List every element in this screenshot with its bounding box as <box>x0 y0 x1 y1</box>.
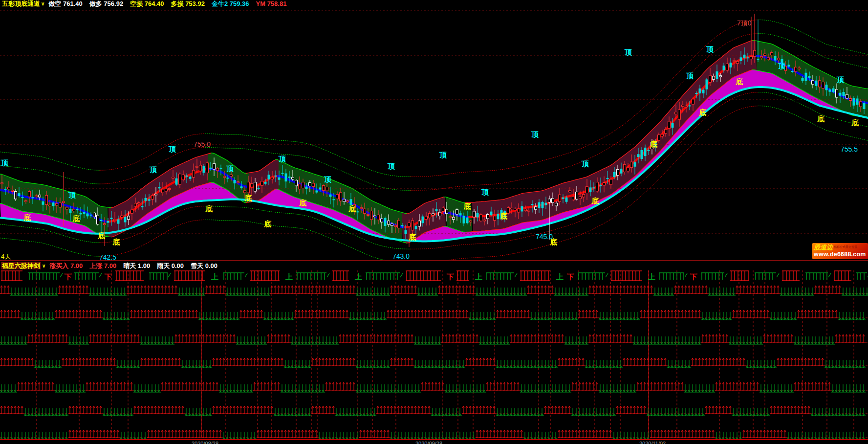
sub-indicator-name[interactable]: 福星六脉神剑 <box>2 262 40 269</box>
svg-text:下: 下 <box>566 272 574 281</box>
svg-text:顶: 顶 <box>439 151 447 159</box>
svg-text:底: 底 <box>463 202 471 210</box>
svg-text:下: 下 <box>690 272 697 281</box>
svg-text:底: 底 <box>851 118 859 127</box>
svg-text:上: 上 <box>354 272 362 281</box>
svg-text:底: 底 <box>244 194 252 202</box>
svg-text:上: 上 <box>648 272 655 281</box>
svg-text:上: 上 <box>556 272 564 281</box>
svg-text:顶: 顶 <box>706 45 714 53</box>
svg-text:顶: 顶 <box>278 155 286 163</box>
topbar-label-2: 空损 <box>130 0 145 7</box>
topbar-value-3: 753.92 <box>185 0 205 7</box>
svg-text:底: 底 <box>97 231 105 240</box>
topbar-label-3: 多损 <box>171 0 186 7</box>
indicator-panel-canvas[interactable]: 下下上上上下上上下上下 <box>0 269 868 439</box>
topbar-field: 多损 753.92 <box>171 0 205 7</box>
svg-text:顶: 顶 <box>0 158 8 167</box>
svg-text:755.0: 755.0 <box>194 140 211 148</box>
p2bar-label-2: 晴天 <box>123 262 138 269</box>
svg-text:顶: 顶 <box>836 75 844 84</box>
topbar-field: 做空 761.40 <box>48 0 82 7</box>
topbar-field: YM 758.81 <box>256 0 287 7</box>
topbar-label-1: 做多 <box>89 0 104 7</box>
watermark-brand: 股道边 <box>814 243 833 252</box>
svg-text:顶: 顶 <box>531 130 539 138</box>
date-label-1: 2020/09/28 <box>415 441 442 444</box>
svg-text:742.5: 742.5 <box>99 253 116 260</box>
svg-text:下: 下 <box>104 272 112 281</box>
p2bar-label-4: 雪天 <box>191 262 205 269</box>
svg-text:底: 底 <box>499 212 507 220</box>
p2bar-label-0: 涨买入 <box>49 262 70 269</box>
chevron-down-icon[interactable]: ∨ <box>42 262 45 269</box>
svg-text:下: 下 <box>64 272 72 281</box>
svg-text:顶: 顶 <box>581 159 589 168</box>
svg-text:顶: 顶 <box>481 188 489 196</box>
svg-text:顶: 顶 <box>226 164 234 173</box>
svg-text:底: 底 <box>263 220 271 228</box>
svg-text:7顶0: 7顶0 <box>737 19 752 27</box>
svg-text:上: 上 <box>285 272 293 281</box>
p2bar-value-4: 0.00 <box>205 262 217 269</box>
main-chart-canvas[interactable]: 顶顶顶顶顶顶顶顶顶顶顶顶顶顶顶顶顶底底底底底底底底底底底底底底底底底底底7顶07… <box>0 8 868 260</box>
svg-text:底: 底 <box>23 213 31 222</box>
svg-text:顶: 顶 <box>68 191 76 199</box>
p2bar-value-1: 7.00 <box>104 262 116 269</box>
svg-text:顶: 顶 <box>168 145 176 153</box>
topbar-field: 空损 764.40 <box>130 0 164 7</box>
p2bar-field: 上涨 7.00 <box>89 262 116 269</box>
svg-text:743.0: 743.0 <box>392 252 410 260</box>
topbar-field: 金牛2 759.36 <box>212 0 249 7</box>
topbar-value-0: 761.40 <box>63 0 83 7</box>
chevron-down-icon[interactable]: ∨ <box>41 0 44 8</box>
svg-text:745.0: 745.0 <box>536 233 553 241</box>
svg-text:底: 底 <box>698 108 706 116</box>
svg-text:底: 底 <box>299 199 306 207</box>
svg-text:底: 底 <box>348 204 356 213</box>
date-axis: 2020/08/282020/09/282020/11/02 <box>0 441 868 444</box>
main-indicator-header: 五彩顶底通道 ∨ 做空 761.40做多 756.92空损 764.40多损 7… <box>0 0 868 8</box>
svg-text:顶: 顶 <box>149 165 157 174</box>
main-indicator-values: 做空 761.40做多 756.92空损 764.40多损 753.92金牛2 … <box>48 0 293 8</box>
svg-text:底: 底 <box>591 197 599 205</box>
topbar-value-1: 756.92 <box>104 0 123 7</box>
p2bar-label-3: 雨天 <box>157 262 172 269</box>
svg-text:底: 底 <box>650 140 657 148</box>
topbar-label-5: YM <box>256 0 267 7</box>
svg-text:底: 底 <box>205 204 213 213</box>
topbar-value-2: 764.40 <box>145 0 164 7</box>
svg-text:顶: 顶 <box>778 62 785 70</box>
topbar-label-4: 金牛2 <box>212 0 230 7</box>
svg-text:755.5: 755.5 <box>841 145 858 153</box>
sub-indicator-values: 涨买入 7.00上涨 7.00晴天 1.00雨天 0.00雪天 0.00 <box>49 262 224 269</box>
p2bar-value-2: 1.00 <box>138 262 150 269</box>
p2bar-value-0: 7.00 <box>70 262 83 269</box>
watermark-banner: 股道边 指标公式量化资源 www.de6688.com <box>812 243 868 259</box>
panel-divider <box>0 260 868 261</box>
watermark-tagline: 指标公式量化资源 <box>834 245 859 249</box>
svg-text:顶: 顶 <box>324 175 331 183</box>
svg-text:上: 上 <box>211 272 218 281</box>
svg-text:底: 底 <box>112 238 120 246</box>
watermark-url: www.de6688.com <box>814 251 867 258</box>
svg-text:底: 底 <box>735 77 743 86</box>
svg-text:底: 底 <box>72 214 80 222</box>
p2bar-field: 涨买入 7.00 <box>49 262 83 269</box>
topbar-label-0: 做空 <box>48 0 63 7</box>
svg-text:上: 上 <box>475 272 482 281</box>
main-indicator-name[interactable]: 五彩顶底通道 <box>2 0 40 8</box>
p2bar-label-1: 上涨 <box>89 262 104 269</box>
svg-text:顶: 顶 <box>686 71 694 80</box>
svg-text:底: 底 <box>817 114 825 123</box>
svg-text:顶: 顶 <box>624 48 632 56</box>
sub-indicator-header: 福星六脉神剑 ∨ 涨买入 7.00上涨 7.00晴天 1.00雨天 0.00雪天… <box>0 262 868 269</box>
p2bar-field: 雨天 0.00 <box>157 262 184 269</box>
p2bar-value-3: 0.00 <box>172 262 184 269</box>
p2bar-field: 晴天 1.00 <box>123 262 150 269</box>
date-label-0: 2020/08/28 <box>192 441 218 444</box>
topbar-value-4: 759.36 <box>230 0 249 7</box>
date-label-2: 2020/11/02 <box>639 441 666 444</box>
svg-text:下: 下 <box>446 272 454 281</box>
svg-text:底: 底 <box>408 233 416 241</box>
